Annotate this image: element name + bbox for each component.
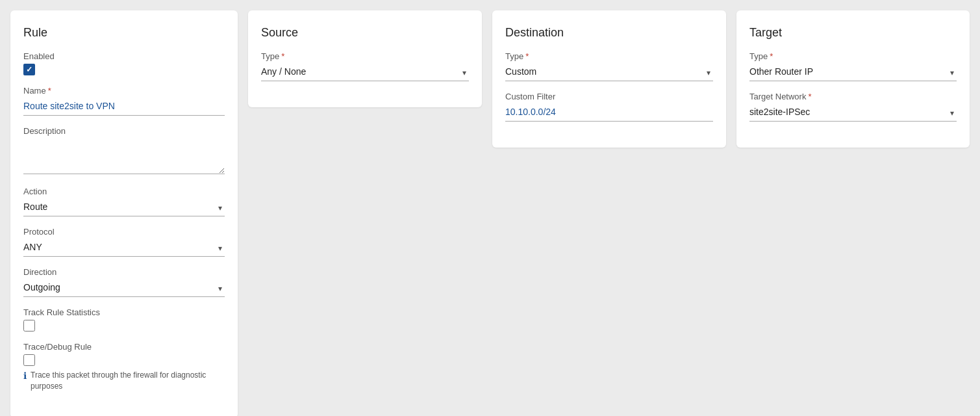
trace-info-text: Trace this packet through the firewall f… [31,370,225,392]
description-input[interactable] [23,138,225,174]
source-card: Source Type * Any / None Single host or … [248,10,482,107]
enabled-checkbox-wrapper [23,64,225,75]
trace-info-icon: ℹ [23,370,27,381]
source-type-field: Type * Any / None Single host or Network… [261,51,469,81]
target-type-required-star: * [770,51,773,61]
target-network-label: Target Network * [749,92,957,101]
source-title: Source [261,26,469,40]
name-label: Name * [23,86,225,96]
target-type-label: Type * [749,51,957,61]
action-field: Action Route Allow Block Reject ▾ [23,187,225,216]
enabled-label: Enabled [23,51,225,61]
trace-debug-checkbox[interactable] [23,354,35,366]
trace-debug-field: Trace/Debug Rule ℹ Trace this packet thr… [23,342,225,392]
target-card: Target Type * Other Router IP Self IP Ad… [736,10,970,148]
direction-select-wrapper: Outgoing Incoming Both ▾ [23,280,225,297]
action-select[interactable]: Route Allow Block Reject [23,199,225,216]
source-type-select[interactable]: Any / None Single host or Network Addres… [261,64,469,81]
target-type-select[interactable]: Other Router IP Self IP Address [749,64,957,81]
enabled-field: Enabled [23,51,225,75]
destination-type-label: Type * [505,51,713,61]
trace-debug-label: Trace/Debug Rule [23,342,225,352]
source-type-select-wrapper: Any / None Single host or Network Addres… [261,64,469,81]
destination-type-select[interactable]: Custom Any / None Single host or Network [505,64,713,81]
track-stats-field: Track Rule Statistics [23,307,225,332]
rule-card: Rule Enabled Name * Description Action [10,10,238,416]
target-network-select-wrapper: site2site-IPSec WAN LAN ▾ [749,104,957,122]
custom-filter-label: Custom Filter [505,92,713,101]
track-stats-label: Track Rule Statistics [23,307,225,317]
destination-title: Destination [505,26,713,40]
name-required-star: * [48,86,51,96]
protocol-field: Protocol ANY TCP UDP ICMP ▾ [23,227,225,257]
direction-label: Direction [23,267,225,277]
source-type-required-star: * [281,51,284,61]
trace-debug-checkbox-wrapper [23,354,225,366]
action-label: Action [23,187,225,196]
destination-type-required-star: * [525,51,529,61]
destination-type-select-wrapper: Custom Any / None Single host or Network… [505,64,713,81]
direction-select[interactable]: Outgoing Incoming Both [23,280,225,297]
target-network-required-star: * [808,92,811,101]
name-input[interactable] [23,98,225,116]
target-type-select-wrapper: Other Router IP Self IP Address ▾ [749,64,957,81]
target-network-select[interactable]: site2site-IPSec WAN LAN [749,104,957,122]
target-network-field: Target Network * site2site-IPSec WAN LAN… [749,92,957,122]
direction-field: Direction Outgoing Incoming Both ▾ [23,267,225,297]
source-type-label: Type * [261,51,469,61]
enabled-checkbox[interactable] [23,64,35,75]
description-field: Description [23,126,225,176]
target-type-field: Type * Other Router IP Self IP Address ▾ [749,51,957,81]
protocol-select[interactable]: ANY TCP UDP ICMP [23,239,225,257]
rule-title: Rule [23,26,225,40]
custom-filter-input[interactable] [505,104,713,122]
description-label: Description [23,126,225,136]
destination-card: Destination Type * Custom Any / None Sin… [492,10,726,148]
name-field: Name * [23,86,225,116]
destination-type-field: Type * Custom Any / None Single host or … [505,51,713,81]
protocol-label: Protocol [23,227,225,237]
custom-filter-field: Custom Filter [505,92,713,122]
action-select-wrapper: Route Allow Block Reject ▾ [23,199,225,216]
target-title: Target [749,26,957,40]
track-stats-checkbox[interactable] [23,320,35,332]
protocol-select-wrapper: ANY TCP UDP ICMP ▾ [23,239,225,257]
track-stats-checkbox-wrapper [23,320,225,332]
trace-info-row: ℹ Trace this packet through the firewall… [23,370,225,392]
